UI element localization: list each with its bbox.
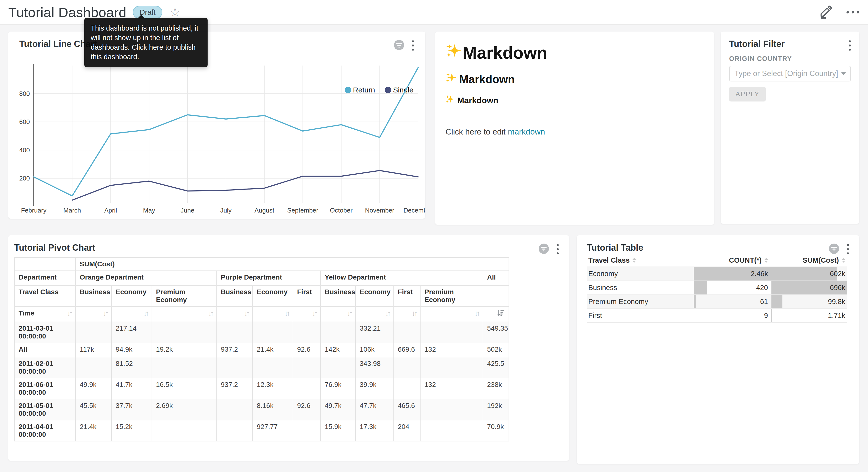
pivot-value-cell [293,357,320,378]
pivot-measure-label: SUM(Cost) [75,258,509,271]
markdown-paragraph: Click here to edit markdown [445,127,704,137]
select-placeholder: Type or Select [Origin Country] [735,69,841,78]
pivot-row-label: All [14,343,75,357]
edit-pencil-icon[interactable] [818,5,833,20]
sparkles-icon [445,72,457,86]
filter-card-title: Tutorial Filter [729,39,785,49]
pivot-sort-cell: ↓↑ [394,306,420,322]
pivot-class-header: Economy [112,286,152,306]
pivot-value-cell: 238k [483,378,509,399]
draft-badge[interactable]: Draft [133,6,162,19]
markdown-h2: Markdown [445,72,704,86]
pivot-time-header: Time↓↑ [14,306,75,322]
pivot-class-header: Business [320,286,355,306]
sort-icon[interactable]: ↓↑ [474,309,479,318]
pivot-class-header: Premium Economy [152,286,217,306]
count-cell: 420 [694,281,771,294]
sum-cell: 602k [771,267,847,281]
value-bar [771,267,837,281]
svg-text:April: April [104,207,117,214]
travel-class-cell: Premium Economy [587,295,694,308]
chevron-down-icon [841,72,846,75]
pivot-travel-class-label: Travel Class [14,286,75,306]
pivot-row: 2011-06-01 00:00:0049.9k41.7k16.5k937.21… [14,378,509,399]
pivot-value-cell: 2.69k [152,399,217,420]
sort-icon[interactable]: ↓↑ [103,309,107,318]
sort-icon[interactable]: ↓↑ [208,309,213,318]
pivot-value-cell: 217.14 [112,322,152,343]
pivot-grid: SUM(Cost)DepartmentOrange DepartmentPurp… [14,257,509,441]
sort-icon[interactable] [842,258,845,263]
filter-circle-icon[interactable] [538,243,549,255]
pivot-value-cell [420,399,483,420]
svg-text:September: September [287,207,319,214]
sort-icon[interactable]: ↓↑ [412,309,416,318]
pivot-sort-cell: ↓↑ [217,306,253,322]
sort-icon[interactable] [765,258,768,263]
column-header-count[interactable]: COUNT(*) [694,254,771,267]
pivot-value-cell: 106k [355,343,394,357]
kebab-menu-icon[interactable] [846,243,850,255]
column-header-travel-class[interactable]: Travel Class [587,254,694,267]
line-chart-card: Tutorial Line Chart ReturnSingle 2004006… [8,32,425,218]
pivot-value-cell: 669.6 [394,343,420,357]
pivot-sort-cell: ↓↑ [293,306,320,322]
pivot-value-cell: 70.9k [483,420,509,441]
sparkles-icon [445,43,462,63]
pivot-value-cell [293,420,320,441]
kebab-menu-icon[interactable] [556,243,560,255]
sort-icon[interactable]: ↓↑ [67,309,71,318]
sort-descending-icon[interactable] [496,309,505,319]
pivot-value-cell: 37.7k [112,399,152,420]
pivot-value-cell [152,420,217,441]
sum-cell: 99.8k [771,295,847,308]
pivot-value-cell [253,357,293,378]
pivot-value-cell: 21.4k [253,343,293,357]
kebab-menu-icon[interactable] [848,39,852,52]
filter-circle-icon[interactable] [828,243,840,255]
pivot-value-cell: 47.7k [355,399,394,420]
page-title: Tutorial Dashboard [8,4,126,20]
origin-country-label: ORIGIN COUNTRY [729,55,792,63]
pivot-row: All117k94.9k19.2k937.221.4k92.6142k106k6… [14,343,509,357]
star-icon[interactable]: ☆ [170,6,180,18]
pivot-value-cell: 76.9k [320,378,355,399]
sort-icon[interactable]: ↓↑ [284,309,289,318]
publish-tooltip[interactable]: This dashboard is not published, it will… [84,18,208,67]
pivot-class-header: First [394,286,420,306]
pivot-value-cell [394,322,420,343]
pivot-department-group: Orange Department [75,271,217,286]
svg-text:400: 400 [19,147,30,154]
pivot-value-cell: 45.5k [75,399,112,420]
sort-icon[interactable] [632,258,636,263]
pivot-class-header: Business [75,286,112,306]
sort-icon[interactable]: ↓↑ [143,309,148,318]
pivot-chart-card: Tutorial Pivot Chart SUM(Cost)Department… [8,235,569,461]
travel-class-table: Travel ClassCOUNT(*)SUM(Cost)Economy2.46… [587,254,847,323]
pivot-value-cell: 49.9k [75,378,112,399]
pivot-department-label: Department [14,271,75,286]
pivot-value-cell [420,357,483,378]
pivot-row-label: 2011-02-01 00:00:00 [14,357,75,378]
sparkles-icon [445,95,454,106]
pivot-value-cell: 117k [75,343,112,357]
origin-country-select[interactable]: Type or Select [Origin Country] [729,66,851,82]
sort-icon[interactable]: ↓↑ [347,309,351,318]
ellipsis-icon[interactable] [846,11,859,13]
sort-icon[interactable]: ↓↑ [312,309,316,318]
pivot-all-column-label: All [483,271,509,286]
pivot-value-cell: 549.35 [483,322,509,343]
markdown-edit-link[interactable]: markdown [508,127,545,136]
pivot-value-cell: 132 [420,343,483,357]
pivot-sort-cell: ↓↑ [253,306,293,322]
svg-text:June: June [181,207,194,214]
sort-icon[interactable]: ↓↑ [244,309,248,318]
pivot-value-cell: 15.2k [112,420,152,441]
svg-text:November: November [365,207,394,214]
pivot-value-cell: 332.21 [355,322,394,343]
pivot-sort-cell: ↓↑ [420,306,483,322]
column-header-sum-cost[interactable]: SUM(Cost) [771,254,847,267]
apply-button[interactable]: APPLY [729,87,766,101]
sort-icon[interactable]: ↓↑ [385,309,390,318]
pivot-value-cell: 81.52 [112,357,152,378]
